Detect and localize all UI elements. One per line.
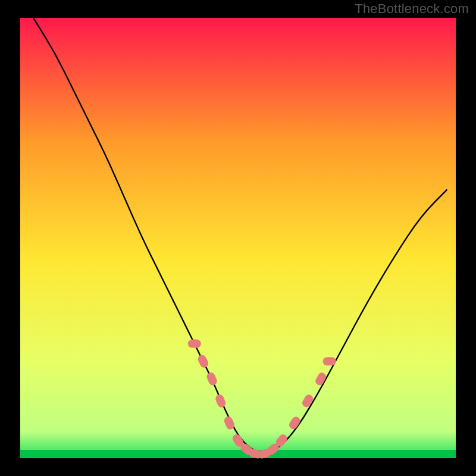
marker-dot (188, 340, 201, 348)
chart-container: TheBottleneck.com (0, 0, 476, 476)
bottleneck-chart (0, 0, 476, 476)
watermark-text: TheBottleneck.com (355, 1, 469, 17)
bottom-green-band (20, 450, 456, 458)
marker-dot (323, 357, 336, 365)
gradient-background (20, 18, 456, 458)
plot-area (20, 18, 456, 459)
